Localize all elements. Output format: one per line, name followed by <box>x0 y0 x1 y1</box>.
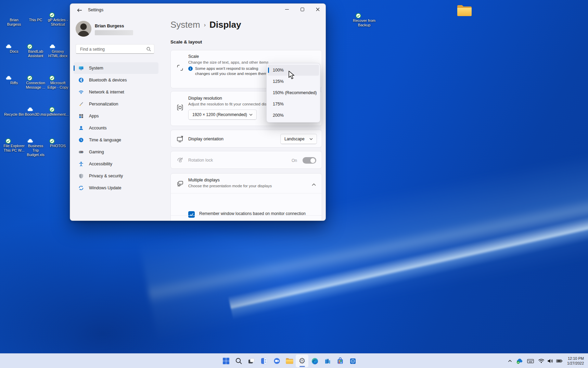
desktop-icon-label: Recover from Backup <box>351 18 377 27</box>
sidebar-item-windows-update[interactable]: Windows Update <box>74 182 158 194</box>
breadcrumb-system[interactable]: System <box>170 20 200 30</box>
synced-check-icon <box>356 13 361 18</box>
desktop-icon-edge-copy[interactable]: Microsoft Edge - Copy <box>47 66 68 90</box>
sidebar-item-time-language[interactable]: Time & language <box>74 134 158 146</box>
shield-icon <box>78 173 84 179</box>
chevron-down-icon <box>249 114 253 116</box>
chat-button[interactable] <box>270 355 283 367</box>
boom3d-button[interactable] <box>321 355 334 367</box>
divider <box>171 215 322 216</box>
start-button[interactable] <box>220 355 232 367</box>
synced-check-icon <box>49 107 55 112</box>
remember-window-locations-row[interactable]: Remember window locations based on monit… <box>171 211 322 218</box>
synced-check-icon <box>49 138 55 144</box>
avatar[interactable] <box>76 21 91 37</box>
sidebar-item-accounts[interactable]: Accounts <box>74 122 158 134</box>
settings-search[interactable] <box>76 44 154 54</box>
folder-icon <box>285 357 294 365</box>
scale-option-label: 200% <box>273 113 284 118</box>
file-explorer-button[interactable] <box>283 355 296 367</box>
orientation-select[interactable]: Landscape <box>280 134 317 144</box>
desktop-icon-label: Boom3D.msi <box>25 112 47 117</box>
desktop-icon-brian-burgess[interactable]: Brian Burgess <box>3 3 25 27</box>
tray-overflow-button[interactable] <box>506 355 514 367</box>
display-orientation-card: Display orientation Landscape <box>170 130 322 148</box>
collapse-section-button[interactable] <box>312 181 316 187</box>
desktop-icon-docs[interactable]: Docs <box>3 34 25 54</box>
desktop-icon-boom3d[interactable]: Boom3D.msi <box>25 97 46 117</box>
desktop-icon-recover-from-backup[interactable]: Recover from Backup <box>351 3 377 27</box>
scale-option-150[interactable]: 150% (Recommended) <box>268 87 319 98</box>
desktop-icon-gp-articles[interactable]: gP Articles - Shortcut <box>47 3 68 27</box>
sidebar-item-label: Apps <box>89 114 99 118</box>
system-tray: 12:10 PM 1/27/2022 <box>506 354 586 368</box>
clock[interactable]: 12:10 PM 1/27/2022 <box>565 356 586 366</box>
desktop-icon-photos[interactable]: PHOTOS <box>47 129 68 148</box>
section-title: Scale & layout <box>170 39 202 45</box>
windows-logo-icon <box>222 357 230 365</box>
cloud-sync-icon <box>5 75 12 80</box>
synced-check-icon <box>49 12 55 18</box>
desktop-icon-bandlab-assistant[interactable]: BandLab Assistant <box>25 34 46 58</box>
monitor-icon <box>78 65 84 71</box>
chat-camera-icon <box>273 357 281 365</box>
synced-check-icon <box>49 75 55 81</box>
microsoft-store-button[interactable] <box>334 355 346 367</box>
onedrive-sync-icon <box>516 358 523 364</box>
scale-option-175[interactable]: 175% <box>268 99 319 110</box>
apps-grid-icon <box>78 113 84 119</box>
widgets-button[interactable] <box>258 355 270 367</box>
sidebar-item-bluetooth-devices[interactable]: Bluetooth & devices <box>74 74 158 86</box>
desktop-icon-business-trip-budget[interactable]: Business Trip Budget.xls <box>25 129 46 157</box>
desktop-icon-connection-message[interactable]: Connection Message ... <box>25 66 46 90</box>
scale-option-100[interactable]: 100% <box>268 65 319 76</box>
search-button[interactable] <box>232 355 245 367</box>
network-volume-battery-button[interactable] <box>536 355 565 367</box>
rotation-lock-toggle <box>303 157 316 164</box>
rotation-lock-icon <box>176 156 184 164</box>
desktop-icon-label: BandLab Assistant <box>25 49 46 58</box>
desktop-icon-file-explorer-doc[interactable]: File Explorer This PC W... <box>3 129 25 153</box>
desktop-icon-this-pc[interactable]: This PC <box>25 3 46 22</box>
multiple-displays-title: Multiple displays <box>188 178 322 182</box>
desktop-icon-riffs[interactable]: Riffs <box>3 66 25 85</box>
sidebar-item-privacy-security[interactable]: Privacy & security <box>74 170 158 182</box>
sidebar-item-label: Network & internet <box>89 90 124 94</box>
onedrive-tray-button[interactable] <box>514 355 525 367</box>
update-icon <box>78 185 84 191</box>
search-input[interactable] <box>79 45 146 54</box>
page-title: Display <box>209 20 241 30</box>
tray-date: 1/27/2022 <box>567 361 584 366</box>
cloud-sync-icon <box>5 44 12 49</box>
sidebar-item-apps[interactable]: Apps <box>74 110 158 122</box>
sidebar-item-personalization[interactable]: Personalization <box>74 98 158 110</box>
desktop-icon-label: Microsoft Edge - Copy <box>47 81 68 90</box>
resolution-select[interactable]: 1920 × 1200 (Recommended) <box>188 110 257 120</box>
edge-button[interactable] <box>308 355 321 367</box>
sidebar-item-system[interactable]: System <box>74 62 158 74</box>
desktop-icon-groovy-html[interactable]: Groovy HTML.docx <box>47 34 68 58</box>
scale-title: Scale <box>188 54 322 59</box>
back-arrow-icon <box>77 8 82 12</box>
divider <box>171 193 322 193</box>
multiple-displays-subtitle: Choose the presentation mode for your di… <box>188 183 322 188</box>
desktop-icon-pdfelement[interactable]: pdfelement... <box>47 97 68 117</box>
taskbar-center: ⚙ <box>220 355 359 367</box>
sidebar-item-gaming[interactable]: Gaming <box>74 146 158 158</box>
sidebar-item-accessibility[interactable]: Accessibility <box>74 158 158 170</box>
sidebar-item-label: System <box>89 66 103 71</box>
scale-option-200[interactable]: 200% <box>268 110 319 121</box>
sidebar-item-label: Personalization <box>89 102 118 106</box>
multiple-displays-card: Multiple displays Choose the presentatio… <box>170 173 322 221</box>
checkbox-checked-icon[interactable] <box>188 211 195 218</box>
scale-option-125[interactable]: 125% <box>268 76 319 87</box>
task-view-button[interactable] <box>245 355 258 367</box>
desktop-icon-recycle-bin[interactable]: Recycle Bin <box>3 97 25 117</box>
sidebar-item-network-internet[interactable]: Network & internet <box>74 86 158 98</box>
back-button[interactable] <box>74 6 85 14</box>
desktop-icon-label: This PC <box>29 18 42 22</box>
settings-button[interactable]: ⚙ <box>296 355 308 367</box>
rotation-lock-card: Rotation lock On <box>170 151 322 169</box>
touch-keyboard-button[interactable] <box>525 355 536 367</box>
blue-app-button[interactable] <box>346 355 359 367</box>
